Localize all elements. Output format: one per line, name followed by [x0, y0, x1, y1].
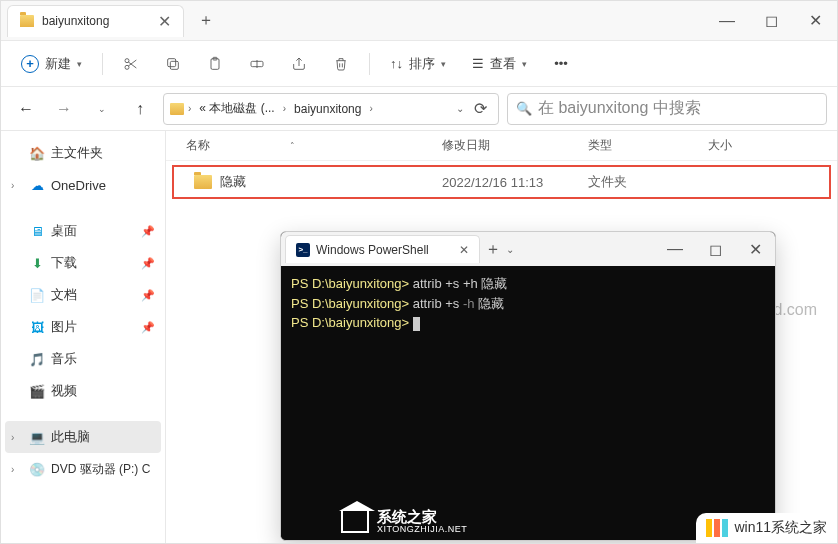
sidebar-item-label: 下载: [51, 254, 77, 272]
sidebar-item-music[interactable]: 🎵 音乐: [5, 343, 161, 375]
chevron-right-icon[interactable]: ›: [11, 180, 23, 191]
breadcrumb-seg-disk[interactable]: « 本地磁盘 (...: [195, 100, 278, 117]
titlebar: baiyunxitong ✕ ＋ — ◻ ✕: [1, 1, 837, 41]
sidebar-item-documents[interactable]: 📄 文档 📌: [5, 279, 161, 311]
address-bar[interactable]: › « 本地磁盘 (... › baiyunxitong › ⌄ ⟳: [163, 93, 499, 125]
minimize-button[interactable]: —: [655, 234, 695, 264]
sidebar-item-downloads[interactable]: ⬇ 下载 📌: [5, 247, 161, 279]
download-icon: ⬇: [29, 255, 45, 271]
sidebar-item-label: 视频: [51, 382, 77, 400]
close-button[interactable]: ✕: [735, 234, 775, 264]
sidebar-item-label: 桌面: [51, 222, 77, 240]
breadcrumb-seg-folder[interactable]: baiyunxitong: [290, 102, 365, 116]
delete-button[interactable]: [323, 48, 359, 80]
pin-icon: 📌: [141, 257, 155, 270]
maximize-button[interactable]: ◻: [695, 234, 735, 264]
paste-button[interactable]: [197, 48, 233, 80]
sidebar-item-desktop[interactable]: 🖥 桌面 📌: [5, 215, 161, 247]
picture-icon: 🖼: [29, 319, 45, 335]
table-row[interactable]: 隐藏 2022/12/16 11:13 文件夹: [172, 165, 831, 199]
separator: [369, 53, 370, 75]
up-button[interactable]: ↑: [125, 94, 155, 124]
more-button[interactable]: •••: [543, 48, 579, 80]
powershell-tab[interactable]: >_ Windows PowerShell ✕: [285, 235, 480, 263]
home-icon: 🏠: [29, 145, 45, 161]
sidebar-item-thispc[interactable]: › 💻 此电脑: [5, 421, 161, 453]
refresh-button[interactable]: ⟳: [468, 99, 492, 118]
sidebar-item-home[interactable]: 🏠 主文件夹: [5, 137, 161, 169]
chevron-down-icon: ▾: [441, 59, 446, 69]
desktop-icon: 🖥: [29, 223, 45, 239]
new-label: 新建: [45, 55, 71, 73]
powershell-window: >_ Windows PowerShell ✕ ＋ ⌄ — ◻ ✕ PS D:\…: [280, 231, 776, 541]
copy-button[interactable]: [155, 48, 191, 80]
svg-rect-2: [170, 61, 178, 69]
sidebar-item-pictures[interactable]: 🖼 图片 📌: [5, 311, 161, 343]
sort-asc-icon: ˄: [290, 141, 295, 151]
file-name: 隐藏: [220, 173, 246, 191]
cut-button[interactable]: [113, 48, 149, 80]
separator: [102, 53, 103, 75]
close-button[interactable]: ✕: [793, 6, 837, 36]
close-tab-icon[interactable]: ✕: [459, 243, 469, 257]
sidebar-item-label: DVD 驱动器 (P:) C: [51, 461, 150, 478]
view-icon: ☰: [472, 56, 484, 71]
chevron-down-icon: ▾: [522, 59, 527, 69]
folder-icon: [194, 175, 212, 189]
search-icon: 🔍: [516, 101, 532, 116]
col-date[interactable]: 修改日期: [442, 137, 588, 154]
close-tab-icon[interactable]: ✕: [157, 14, 171, 28]
minimize-button[interactable]: —: [705, 6, 749, 36]
rename-button[interactable]: [239, 48, 275, 80]
view-button[interactable]: ☰ 查看 ▾: [462, 48, 537, 80]
file-type: 文件夹: [588, 173, 708, 191]
forward-button[interactable]: →: [49, 94, 79, 124]
pc-icon: 💻: [29, 429, 45, 445]
chevron-right-icon[interactable]: ›: [11, 432, 23, 443]
terminal-line: PS D:\baiyunxitong> attrib +s +h 隐藏: [291, 274, 765, 294]
terminal-line: PS D:\baiyunxitong> attrib +s -h 隐藏: [291, 294, 765, 314]
brand-logo-icon: [706, 519, 728, 537]
tab-title: baiyunxitong: [42, 14, 109, 28]
sidebar-item-videos[interactable]: 🎬 视频: [5, 375, 161, 407]
video-icon: 🎬: [29, 383, 45, 399]
sort-button[interactable]: ↑↓ 排序 ▾: [380, 48, 456, 80]
explorer-tab[interactable]: baiyunxitong ✕: [7, 5, 184, 37]
back-button[interactable]: ←: [11, 94, 41, 124]
music-icon: 🎵: [29, 351, 45, 367]
brand-text: win11系统之家: [734, 519, 827, 537]
folder-icon: [170, 103, 184, 115]
svg-rect-3: [168, 58, 176, 66]
chevron-down-icon[interactable]: ⌄: [456, 103, 464, 114]
toolbar: + 新建 ▾ ↑↓ 排序 ▾ ☰ 查看 ▾ •••: [1, 41, 837, 87]
col-name[interactable]: 名称˄: [186, 137, 442, 154]
chevron-right-icon[interactable]: ›: [11, 464, 23, 475]
sidebar-item-onedrive[interactable]: › ☁ OneDrive: [5, 169, 161, 201]
sort-label: 排序: [409, 55, 435, 73]
pin-icon: 📌: [141, 289, 155, 302]
cursor: [413, 317, 420, 331]
file-date: 2022/12/16 11:13: [442, 175, 588, 190]
col-type[interactable]: 类型: [588, 137, 708, 154]
tab-dropdown-button[interactable]: ⌄: [506, 244, 526, 255]
sidebar-item-dvd[interactable]: › 💿 DVD 驱动器 (P:) C: [5, 453, 161, 485]
sidebar-item-label: 文档: [51, 286, 77, 304]
navbar: ← → ⌄ ↑ › « 本地磁盘 (... › baiyunxitong › ⌄…: [1, 87, 837, 131]
terminal-body[interactable]: PS D:\baiyunxitong> attrib +s +h 隐藏 PS D…: [281, 266, 775, 540]
maximize-button[interactable]: ◻: [749, 6, 793, 36]
add-tab-button[interactable]: ＋: [480, 239, 506, 260]
column-header: 名称˄ 修改日期 类型 大小: [166, 131, 837, 161]
share-button[interactable]: [281, 48, 317, 80]
col-size[interactable]: 大小: [708, 137, 837, 154]
search-placeholder: 在 baiyunxitong 中搜索: [538, 98, 701, 119]
document-icon: 📄: [29, 287, 45, 303]
powershell-tab-title: Windows PowerShell: [316, 243, 429, 257]
folder-icon: [20, 15, 34, 27]
sidebar-item-label: OneDrive: [51, 178, 106, 193]
new-button[interactable]: + 新建 ▾: [11, 48, 92, 80]
search-input[interactable]: 🔍 在 baiyunxitong 中搜索: [507, 93, 827, 125]
trash-icon: [333, 56, 349, 72]
add-tab-button[interactable]: ＋: [192, 7, 220, 35]
recent-button[interactable]: ⌄: [87, 94, 117, 124]
chevron-right-icon: ›: [188, 103, 191, 114]
